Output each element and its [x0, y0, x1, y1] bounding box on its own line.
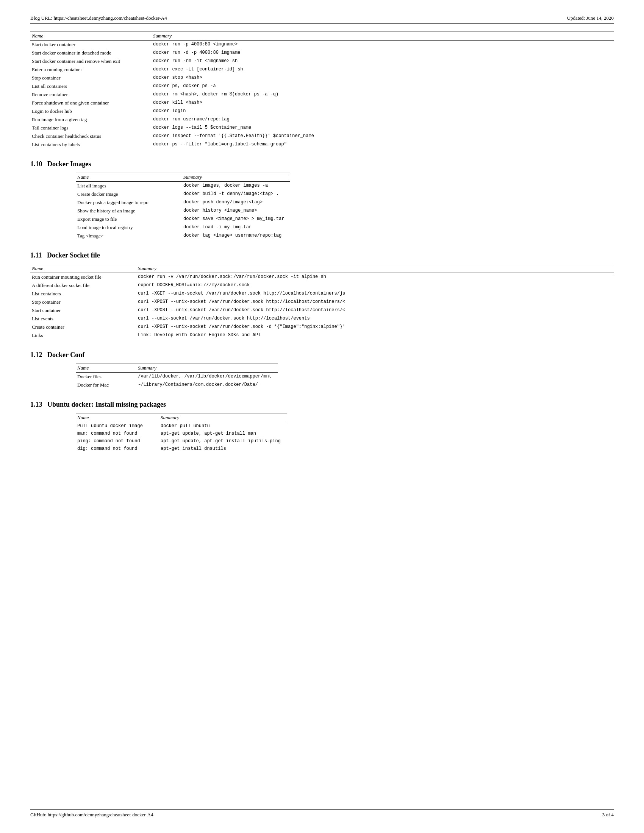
ubuntu-col-name: Name	[76, 413, 159, 422]
row-name: List events	[30, 315, 136, 323]
table-row: Check container healthcheck statusdocker…	[30, 132, 614, 140]
row-name: Create container	[30, 323, 136, 331]
docker-images-table: Name Summary List all imagesdocker image…	[76, 173, 290, 240]
container-commands-table: Name Summary Start docker containerdocke…	[30, 31, 614, 149]
table-row: Start containercurl -XPOST --unix-socket…	[30, 306, 614, 315]
conf-col-name: Name	[76, 364, 136, 373]
updated-date: Updated: June 14, 2020	[567, 15, 614, 21]
table-row: Create containercurl -XPOST --unix-socke…	[30, 323, 614, 331]
table-row: List all imagesdocker images, docker ima…	[76, 182, 290, 190]
row-name: Run container mounting socket file	[30, 273, 136, 282]
row-summary: docker run -rm -it <imgname> sh	[151, 57, 614, 66]
table-row: Show the history of an imagedocker histo…	[76, 207, 290, 215]
row-summary: docker pull ubuntu	[159, 422, 287, 430]
table-row: List all containersdocker ps, docker ps …	[30, 82, 614, 90]
row-name: Pull ubuntu docker image	[76, 422, 159, 430]
table-row: Force shutdown of one given containerdoc…	[30, 99, 614, 107]
row-name: Create docker image	[76, 190, 182, 198]
table-row: Stop containerdocker stop <hash>	[30, 74, 614, 82]
images-col-name: Name	[76, 173, 182, 182]
row-name: Force shutdown of one given container	[30, 99, 151, 107]
row-summary: apt-get update, apt-get install iputils-…	[159, 437, 287, 445]
table-row: Tag <image>docker tag <image> username/r…	[76, 232, 290, 240]
table-row: Export image to filedocker save <image_n…	[76, 215, 290, 224]
row-summary: curl -XPOST --unix-socket /var/run/docke…	[136, 306, 614, 315]
row-name: Tag <image>	[76, 232, 182, 240]
row-summary: docker tag <image> username/repo:tag	[182, 232, 290, 240]
row-summary: docker inspect --format '{{.State.Health…	[151, 132, 614, 140]
row-name: Start docker container and remove when e…	[30, 57, 151, 66]
socket-col-summary: Summary	[136, 264, 614, 273]
row-summary: apt-get update, apt-get install man	[159, 430, 287, 437]
table-row: ping: command not foundapt-get update, a…	[76, 437, 287, 445]
table-row: Start docker containerdocker run -p 4000…	[30, 40, 614, 49]
row-summary: docker build -t denny/image:<tag> .	[182, 190, 290, 198]
row-summary: docker login	[151, 107, 614, 116]
row-name: Run image from a given tag	[30, 116, 151, 124]
table-row: Pull ubuntu docker imagedocker pull ubun…	[76, 422, 287, 430]
row-summary: docker save <image_name> > my_img.tar	[182, 215, 290, 224]
table-row: Docker files/var/lib/docker, /var/lib/do…	[76, 373, 278, 381]
row-summary: docker run -d -p 4000:80 imgname	[151, 49, 614, 57]
table-row: Docker for Mac~/Library/Containers/com.d…	[76, 381, 278, 389]
section-111-number: 1.11	[30, 251, 42, 259]
row-name: Login to docker hub	[30, 107, 151, 116]
ubuntu-col-summary: Summary	[159, 413, 287, 422]
row-name: Start container	[30, 306, 136, 315]
row-summary: docker ps, docker ps -a	[151, 82, 614, 90]
row-name: Remove container	[30, 90, 151, 99]
row-summary: docker push denny/image:<tag>	[182, 198, 290, 207]
section-113-name: Ubuntu docker: Install missing packages	[47, 400, 166, 408]
table-row: Enter a running containerdocker exec -it…	[30, 66, 614, 74]
row-summary: docker exec -it [container-id] sh	[151, 66, 614, 74]
github-url: GitHub: https://github.com/dennyzhang/ch…	[30, 812, 153, 818]
row-summary: docker run -p 4000:80 <imgname>	[151, 40, 614, 49]
table-row: Run image from a given tagdocker run use…	[30, 116, 614, 124]
table-row: A different docker socket fileexport DOC…	[30, 281, 614, 289]
section-110-name: Docker Images	[47, 160, 91, 168]
row-name: dig: command not found	[76, 445, 159, 452]
row-summary: apt-get install dnsutils	[159, 445, 287, 452]
table-row: Start docker container and remove when e…	[30, 57, 614, 66]
images-col-summary: Summary	[182, 173, 290, 182]
col-name-header: Name	[30, 32, 151, 40]
row-name: man: command not found	[76, 430, 159, 437]
row-summary: docker kill <hash>	[151, 99, 614, 107]
row-summary: curl -XPOST --unix-socket /var/run/docke…	[136, 323, 614, 331]
conf-col-summary: Summary	[136, 364, 278, 373]
socket-col-name: Name	[30, 264, 136, 273]
row-summary: docker run -v /var/run/docker.sock:/var/…	[136, 273, 614, 282]
row-name: Export image to file	[76, 215, 182, 224]
table-row: man: command not foundapt-get update, ap…	[76, 430, 287, 437]
section-110-number: 1.10	[30, 160, 42, 168]
page-number: 3 of 4	[602, 812, 614, 818]
row-summary: curl -XPOST --unix-socket /var/run/docke…	[136, 298, 614, 306]
row-name: Load image to local registry	[76, 224, 182, 232]
table-row: Login to docker hubdocker login	[30, 107, 614, 116]
page-footer: GitHub: https://github.com/dennyzhang/ch…	[30, 809, 614, 818]
row-name: Check container healthcheck status	[30, 132, 151, 140]
row-summary: ~/Library/Containers/com.docker.docker/D…	[136, 381, 278, 389]
table-row: dig: command not foundapt-get install dn…	[76, 445, 287, 452]
row-summary: /var/lib/docker, /var/lib/docker/devicem…	[136, 373, 278, 381]
table-row: LinksLink: Develop with Docker Engine SD…	[30, 331, 614, 339]
section-112-number: 1.12	[30, 351, 42, 359]
row-summary: curl -XGET --unix-socket /var/run/docker…	[136, 289, 614, 298]
table-row: Start docker container in detached moded…	[30, 49, 614, 57]
row-name: ping: command not found	[76, 437, 159, 445]
section-111-title: 1.11 Docker Socket file	[30, 251, 614, 259]
docker-socket-table: Name Summary Run container mounting sock…	[30, 264, 614, 339]
section-113-title: 1.13 Ubuntu docker: Install missing pack…	[30, 400, 614, 408]
table-row: List eventscurl --unix-socket /var/run/d…	[30, 315, 614, 323]
row-name: Links	[30, 331, 136, 339]
table-row: Tail container logsdocker logs --tail 5 …	[30, 124, 614, 132]
section-112-title: 1.12 Docker Conf	[30, 351, 614, 359]
row-summary: docker load -i my_img.tar	[182, 224, 290, 232]
row-name: Docker push a tagged image to repo	[76, 198, 182, 207]
section-113-number: 1.13	[30, 400, 42, 408]
row-name: List containers by labels	[30, 140, 151, 149]
section-110-title: 1.10 Docker Images	[30, 160, 614, 168]
table-row: Docker push a tagged image to repodocker…	[76, 198, 290, 207]
row-name: List containers	[30, 289, 136, 298]
section-111-name: Docker Socket file	[47, 251, 100, 259]
